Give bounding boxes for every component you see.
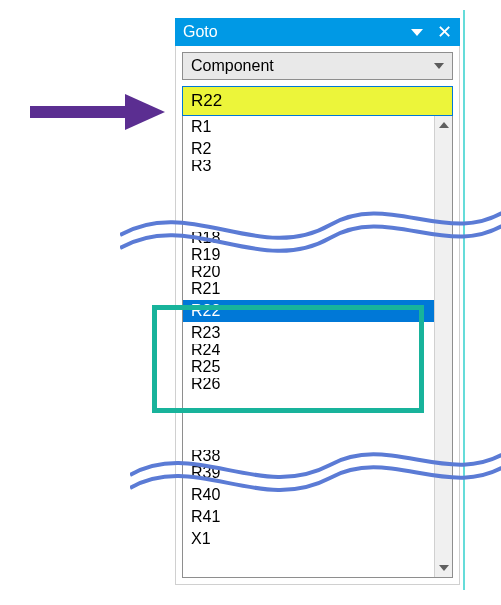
panel-titlebar[interactable]: Goto ✕: [175, 18, 460, 46]
list-gap: [183, 172, 434, 232]
svg-rect-0: [30, 106, 125, 118]
scroll-down-button[interactable]: [435, 559, 452, 577]
search-input[interactable]: [182, 86, 453, 116]
type-combobox[interactable]: Component: [182, 52, 453, 80]
list-item[interactable]: R26: [183, 378, 434, 390]
list-item[interactable]: R38: [183, 450, 434, 462]
arrow-annotation: [30, 92, 170, 132]
results-list[interactable]: R1R2R3R18R19R20R21R22R23R24R25R26R38R39R…: [183, 116, 434, 577]
list-item[interactable]: R41: [183, 506, 434, 528]
list-item[interactable]: X1: [183, 528, 434, 550]
list-item[interactable]: R21: [183, 278, 434, 300]
chevron-down-icon[interactable]: [411, 29, 423, 36]
list-item[interactable]: R20: [183, 266, 434, 278]
panel-body: Component R1R2R3R18R19R20R21R22R23R24R25…: [175, 46, 460, 585]
scrollbar[interactable]: [434, 116, 452, 577]
list-item[interactable]: R2: [183, 138, 434, 160]
list-item[interactable]: R40: [183, 484, 434, 506]
goto-panel: Goto ✕ Component R1R2R3R18R19R20R21R22R2…: [175, 18, 460, 585]
results-list-container: R1R2R3R18R19R20R21R22R23R24R25R26R38R39R…: [182, 116, 453, 578]
panel-title: Goto: [183, 23, 411, 41]
type-combobox-label: Component: [191, 57, 434, 75]
svg-marker-1: [125, 94, 165, 130]
chevron-down-icon: [439, 565, 449, 571]
list-item[interactable]: R1: [183, 116, 434, 138]
list-item[interactable]: R19: [183, 244, 434, 266]
list-item[interactable]: R22: [183, 300, 434, 322]
vertical-guide-line: [463, 10, 465, 590]
list-item[interactable]: R25: [183, 356, 434, 378]
chevron-up-icon: [439, 122, 449, 128]
close-icon[interactable]: ✕: [437, 23, 452, 41]
list-item[interactable]: R23: [183, 322, 434, 344]
list-item[interactable]: R39: [183, 462, 434, 484]
list-gap: [183, 390, 434, 450]
list-item[interactable]: R24: [183, 344, 434, 356]
list-item[interactable]: R18: [183, 232, 434, 244]
list-item[interactable]: R3: [183, 160, 434, 172]
chevron-down-icon: [434, 63, 444, 69]
scroll-up-button[interactable]: [435, 116, 452, 134]
